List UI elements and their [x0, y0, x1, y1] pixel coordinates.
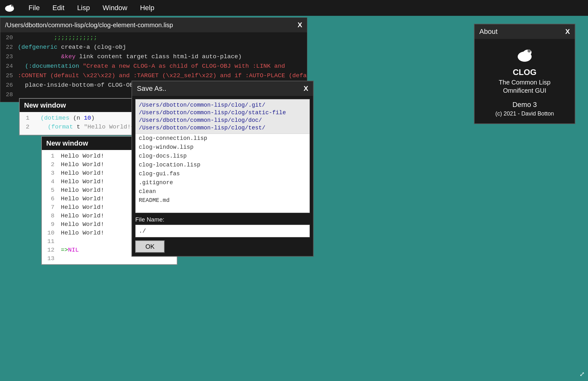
file-item-3[interactable]: clog-docs.lisp	[136, 152, 310, 160]
code-line-24: 24 (:documentation "Create a new CLOG-A …	[0, 62, 307, 72]
code-line-25: 25 :CONTENT (default \x22\x22) and :TARG…	[0, 72, 307, 81]
ok-button[interactable]: OK	[135, 240, 165, 253]
about-subtitle2: Omnificent GUI	[481, 87, 568, 94]
code-line-20: 20 ;;;;;;;;;;;;	[0, 34, 307, 43]
file-item-5[interactable]: clog-gui.fas	[136, 169, 310, 178]
about-window: About X CLOG The Common Lisp Omnificent …	[474, 24, 575, 124]
save-as-title: Save As..	[137, 84, 166, 93]
file-path-3[interactable]: /Users/dbotton/common-lisp/clog/doc/	[139, 116, 306, 124]
save-as-close-button[interactable]: X	[304, 84, 308, 93]
menubar: File Edit Lisp Window Help	[0, 0, 588, 16]
file-name-input[interactable]	[135, 225, 310, 237]
file-browser[interactable]: /Users/dbotton/common-lisp/clog/.git/ /U…	[135, 99, 310, 213]
about-close-button[interactable]: X	[565, 28, 570, 36]
resize-icon: ⤢	[579, 370, 585, 378]
save-as-titlebar: Save As.. X	[132, 81, 313, 96]
save-as-body: /Users/dbotton/common-lisp/clog/.git/ /U…	[132, 96, 313, 256]
menu-lisp[interactable]: Lisp	[71, 1, 96, 15]
file-path-2[interactable]: /Users/dbotton/common-lisp/clog/static-f…	[139, 109, 306, 116]
file-item-6[interactable]: .gitignore	[136, 178, 310, 187]
file-item-8[interactable]: README.md	[136, 196, 310, 205]
file-path-4[interactable]: /Users/dbotton/common-lisp/clog/test/	[139, 124, 306, 132]
code-line-22: 22 (defgeneric create-a (clog-obj	[0, 43, 307, 53]
about-demo: Demo 3	[481, 101, 568, 109]
editor-title: /Users/dbotton/common-lisp/clog/clog-ele…	[5, 22, 173, 29]
about-subtitle1: The Common Lisp	[481, 79, 568, 86]
app-logo	[3, 2, 16, 14]
file-item-2[interactable]: clog-window.lisp	[136, 143, 310, 152]
file-item-1[interactable]: clog-connection.lisp	[136, 134, 310, 143]
file-browser-paths: /Users/dbotton/common-lisp/clog/.git/ /U…	[136, 99, 310, 134]
editor-close-button[interactable]: X	[297, 21, 302, 29]
menu-file[interactable]: File	[22, 1, 46, 15]
menu-help[interactable]: Help	[134, 1, 161, 15]
editor-titlebar: /Users/dbotton/common-lisp/clog/clog-ele…	[0, 18, 307, 32]
about-titlebar: About X	[475, 24, 575, 39]
svg-point-2	[11, 5, 13, 7]
about-logo	[515, 45, 534, 64]
menu-window[interactable]: Window	[96, 1, 134, 15]
about-title: About	[479, 28, 498, 36]
file-name-label: File Name:	[135, 216, 310, 223]
menu-edit[interactable]: Edit	[46, 1, 71, 15]
about-body: CLOG The Common Lisp Omnificent GUI Demo…	[475, 39, 575, 123]
file-item-7[interactable]: clean	[136, 187, 310, 196]
file-item-4[interactable]: clog-location.lisp	[136, 160, 310, 169]
save-as-dialog: Save As.. X /Users/dbotton/common-lisp/c…	[131, 81, 314, 257]
file-path-1[interactable]: /Users/dbotton/common-lisp/clog/.git/	[139, 101, 306, 109]
about-copyright: (c) 2021 - David Botton	[481, 110, 568, 117]
svg-point-5	[527, 49, 531, 53]
about-app-name: CLOG	[481, 67, 568, 77]
code-line-23: 23 &key link content target class html-i…	[0, 53, 307, 62]
